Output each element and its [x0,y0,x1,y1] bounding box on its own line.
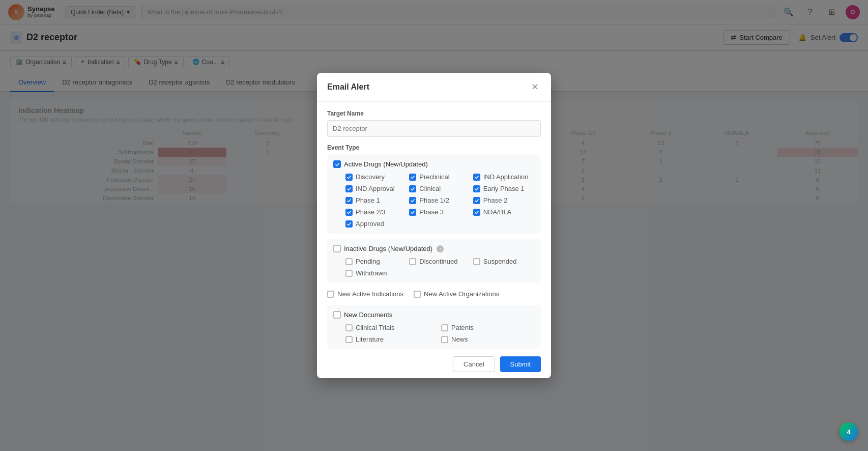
cb-phase1[interactable]: Phase 1 [345,196,407,204]
cb-preclinical[interactable]: Preclinical [409,173,471,181]
cb-phase2[interactable]: Phase 2 [473,196,535,204]
modal-header: Email Alert ✕ [317,73,551,102]
email-alert-modal: Email Alert ✕ Target Name Event Type Act… [317,73,551,219]
cb-ndabla[interactable]: NDA/BLA [473,208,535,216]
cb-phase12[interactable]: Phase 1/2 [409,196,471,204]
target-name-input[interactable] [327,120,541,137]
cb-phase3[interactable]: Phase 3 [409,208,471,216]
active-drugs-section: Active Drugs (New/Updated) Discovery Pre… [327,154,541,219]
modal-title: Email Alert [327,82,369,92]
modal-close-button[interactable]: ✕ [529,81,541,93]
active-drugs-cb[interactable] [333,160,341,168]
modal-overlay[interactable]: Email Alert ✕ Target Name Event Type Act… [0,0,868,219]
active-drugs-grid: Discovery Preclinical IND Application IN… [333,173,535,219]
event-type-label: Event Type [327,144,541,151]
active-drugs-label: Active Drugs (New/Updated) [344,160,428,168]
cb-early-phase1[interactable]: Early Phase 1 [473,185,535,192]
target-name-label: Target Name [327,110,541,117]
cb-ind-application[interactable]: IND Application [473,173,535,181]
cb-phase23[interactable]: Phase 2/3 [345,208,407,216]
active-drugs-header: Active Drugs (New/Updated) [333,160,535,168]
cb-discovery[interactable]: Discovery [345,173,407,181]
cb-ind-approval[interactable]: IND Approval [345,185,407,192]
modal-body: Target Name Event Type Active Drugs (New… [317,102,551,219]
active-drugs-checkbox[interactable]: Active Drugs (New/Updated) [333,160,428,168]
cb-clinical[interactable]: Clinical [409,185,471,192]
